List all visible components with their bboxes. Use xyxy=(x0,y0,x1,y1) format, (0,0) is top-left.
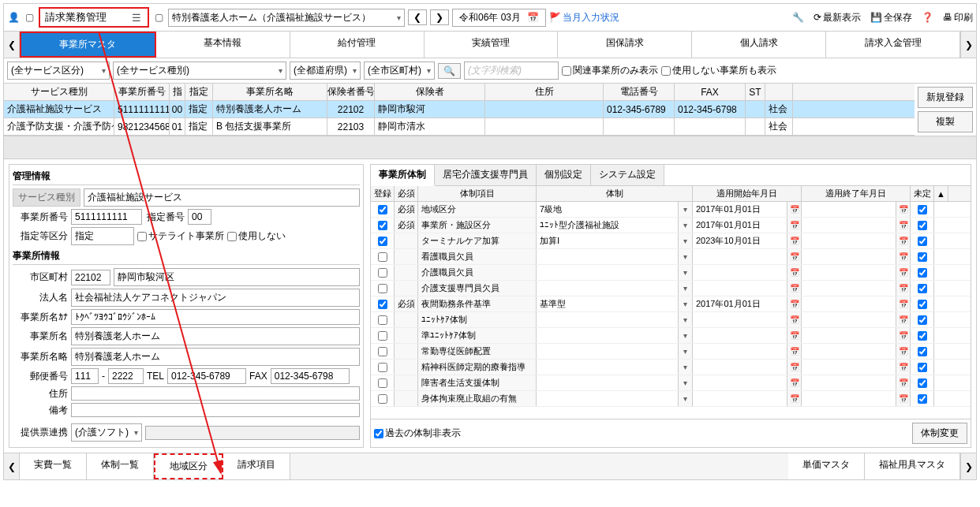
remarks-input[interactable] xyxy=(71,403,360,417)
detail-row[interactable]: 必須地域区分7級地▾2017年01月01日📅📅 xyxy=(371,202,971,218)
hide-past-checkbox[interactable]: 過去の体制非表示 xyxy=(374,427,461,440)
detail-row[interactable]: 介護職員欠員▾📅📅 xyxy=(371,265,971,281)
change-system-button[interactable]: 体制変更 xyxy=(912,423,967,444)
tab-system[interactable]: システム設定 xyxy=(591,165,664,185)
detail-row[interactable]: 常勤専従医師配置▾📅📅 xyxy=(371,344,971,360)
designation-no-input[interactable]: 00 xyxy=(188,209,211,225)
grid-header-cell: 事業所番号 xyxy=(114,84,170,100)
btab-billing-items[interactable]: 請求項目 xyxy=(223,453,290,479)
grid-header-cell: FAX xyxy=(675,84,746,100)
copy-button[interactable]: 複製 xyxy=(918,111,973,132)
table-row[interactable]: 介護福祉施設サービス511111111100指定特別養護老人ホーム22102静岡… xyxy=(4,101,915,118)
postal1-input[interactable]: 111 xyxy=(71,368,99,384)
tab-scroll-right[interactable]: ❯ xyxy=(960,32,976,58)
detail-row[interactable]: ターミナルケア加算加算Ⅰ▾2023年10月01日📅📅 xyxy=(371,233,971,249)
tab-personal-claim[interactable]: 個人請求 xyxy=(692,32,826,58)
service-type-label: サービス種別 xyxy=(13,188,80,207)
satellite-checkbox[interactable]: サテライト事業所 xyxy=(137,229,224,243)
office-no-input[interactable]: 5111111111 xyxy=(71,209,142,225)
wrench-icon[interactable]: 🔧 xyxy=(792,12,804,23)
office-kana-input[interactable]: ﾄｸﾍﾞﾂﾖｳｺﾞﾛｳｼﾞﾝﾎｰﾑ xyxy=(71,309,360,325)
top-toolbar: 👤 ▢ 請求業務管理 ☰ ▢ 特別養護老人ホーム（介護福祉施設サービス） ▾ ❮… xyxy=(4,4,976,32)
fax-input[interactable]: 012-345-6798 xyxy=(271,368,350,384)
tab-basic-info[interactable]: 基本情報 xyxy=(156,32,290,58)
grid-header-cell: 住所 xyxy=(485,84,604,100)
corp-name-input[interactable]: 社会福祉法人ケアコネクトジャパン xyxy=(71,289,360,307)
user-icon: 👤 xyxy=(7,11,20,24)
detail-row[interactable]: 必須夜間勤務条件基準基準型▾2017年01月01日📅📅 xyxy=(371,296,971,312)
provision-link-select[interactable]: (介護ソフト)▾ xyxy=(71,423,142,442)
grid-header-cell: 指 xyxy=(170,84,185,100)
book-icon-2[interactable]: ▢ xyxy=(152,11,165,24)
next-month-button[interactable]: ❯ xyxy=(430,9,449,25)
grid-header-cell: 保険者番号 xyxy=(327,84,375,100)
module-title-box[interactable]: 請求業務管理 ☰ xyxy=(39,7,149,28)
tab-individual[interactable]: 個別設定 xyxy=(537,165,591,185)
main-tab-bar: ❮ 事業所マスタ 基本情報 給付管理 実績管理 国保請求 個人請求 請求入金管理… xyxy=(4,32,976,58)
print-button[interactable]: 🖶 印刷 xyxy=(943,11,973,24)
table-row[interactable]: 介護予防支援・介護予防ケ982123456801指定B 包括支援事業所22103… xyxy=(4,118,915,136)
detail-row[interactable]: 介護支援専門員欠員▾📅📅 xyxy=(371,281,971,296)
module-title: 請求業務管理 xyxy=(45,10,107,24)
tab-kokuho-claim[interactable]: 国保請求 xyxy=(558,32,692,58)
tab-office-master[interactable]: 事業所マスタ xyxy=(20,32,156,58)
facility-select[interactable]: 特別養護老人ホーム（介護福祉施設サービス） ▾ xyxy=(168,9,405,27)
tab-result-mgmt[interactable]: 実績管理 xyxy=(425,32,559,58)
detail-row[interactable]: 障害者生活支援体制▾📅📅 xyxy=(371,375,971,391)
detail-row[interactable]: 看護職員欠員▾📅📅 xyxy=(371,249,971,265)
grid-header-cell: 指定 xyxy=(185,84,213,100)
bottom-scroll-left[interactable]: ❮ xyxy=(4,453,20,479)
city-code-input[interactable]: 22102 xyxy=(71,270,110,285)
grid-header-cell: ST xyxy=(746,84,765,100)
save-all-button[interactable]: 💾 全保存 xyxy=(870,11,912,24)
detail-row[interactable]: 必須事業所・施設区分ﾕﾆｯﾄ型介護福祉施設▾2017年01月01日📅📅 xyxy=(371,218,971,233)
scroll-up-icon[interactable]: ▲ xyxy=(934,186,948,201)
filter-city[interactable]: (全市区町村)▾ xyxy=(364,62,435,80)
detail-row[interactable]: 身体拘束廃止取組の有無▾📅📅 xyxy=(371,391,971,407)
status-link[interactable]: 🚩 当月入力状況 xyxy=(549,11,619,24)
date-display[interactable]: 令和06年 03月 📅 xyxy=(452,9,546,27)
filter-prefecture[interactable]: (全都道府県)▾ xyxy=(290,62,361,80)
btab-system-list[interactable]: 体制一覧 xyxy=(87,453,154,479)
tel-input[interactable]: 012-345-6789 xyxy=(167,368,246,384)
filter-show-unused[interactable]: 使用しない事業所も表示 xyxy=(661,64,776,77)
postal2-input[interactable]: 2222 xyxy=(108,368,144,384)
flag-icon: 🚩 xyxy=(549,12,561,23)
filter-service-division[interactable]: (全サービス区分)▾ xyxy=(7,62,110,80)
office-name-input[interactable]: 特別養護老人ホーム xyxy=(71,327,360,345)
filter-related-only[interactable]: 関連事業所のみ表示 xyxy=(562,64,658,77)
service-type-value: 介護福祉施設サービス xyxy=(84,188,360,207)
prev-month-button[interactable]: ❮ xyxy=(408,9,427,25)
city-name-input[interactable]: 静岡市駿河区 xyxy=(114,268,360,286)
address-input[interactable] xyxy=(71,386,360,401)
detail-row[interactable]: 精神科医師定期的療養指導▾📅📅 xyxy=(371,360,971,375)
management-panel: 管理情報 サービス種別 介護福祉施設サービス 事業所番号 5111111111 … xyxy=(9,164,364,448)
refresh-button[interactable]: ⟳ 最新表示 xyxy=(814,11,861,24)
search-button[interactable]: 🔍 xyxy=(438,63,461,79)
filter-service-type[interactable]: (全サービス種別)▾ xyxy=(113,62,286,80)
help-icon[interactable]: ❓ xyxy=(922,12,933,23)
detail-row[interactable]: 準ﾕﾆｯﾄｹｱ体制▾📅📅 xyxy=(371,328,971,344)
btab-unit-price-master[interactable]: 単価マスタ xyxy=(788,453,865,479)
bottom-scroll-right[interactable]: ❯ xyxy=(960,453,976,479)
btab-region-class[interactable]: 地域区分 xyxy=(154,453,223,479)
tab-care-manager[interactable]: 居宅介護支援専門員 xyxy=(435,165,537,185)
detail-row[interactable]: ﾕﾆｯﾄｹｱ体制▾📅📅 xyxy=(371,312,971,328)
calendar-icon[interactable]: 📅 xyxy=(527,12,539,23)
search-input[interactable]: (文字列検索) xyxy=(464,62,559,80)
btab-welfare-equip-master[interactable]: 福祉用具マスタ xyxy=(865,453,960,479)
grid-header-cell: サービス種別 xyxy=(4,84,114,100)
grid-header-cell: 保険者 xyxy=(375,84,485,100)
office-grid: サービス種別事業所番号指指定事業所名略保険者番号保険者住所電話番号FAXST 介… xyxy=(4,84,915,136)
book-icon[interactable]: ▢ xyxy=(23,11,36,24)
unused-checkbox[interactable]: 使用しない xyxy=(227,229,286,243)
tab-office-system[interactable]: 事業所体制 xyxy=(371,165,435,186)
list-icon[interactable]: ☰ xyxy=(130,11,143,24)
tab-payment-mgmt[interactable]: 請求入金管理 xyxy=(826,32,960,58)
designation-class-select[interactable]: 指定 xyxy=(71,227,134,245)
btab-expense-list[interactable]: 実費一覧 xyxy=(20,453,87,479)
office-short-input[interactable]: 特別養護老人ホーム xyxy=(71,348,360,366)
tab-benefit-mgmt[interactable]: 給付管理 xyxy=(290,32,425,58)
new-button[interactable]: 新規登録 xyxy=(918,87,973,108)
tab-scroll-left[interactable]: ❮ xyxy=(4,32,20,58)
